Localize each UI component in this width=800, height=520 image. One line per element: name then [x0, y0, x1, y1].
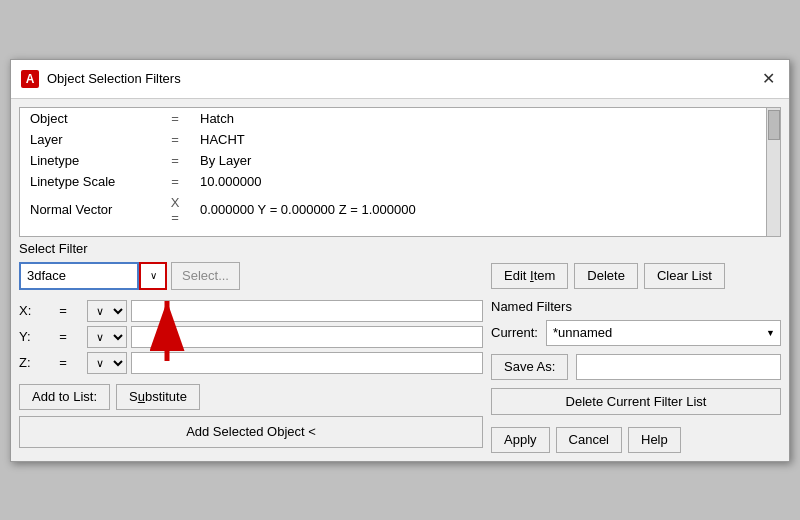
- current-filter-row: Current: *unnamed: [491, 320, 781, 346]
- filter-dropdown-button[interactable]: ∨: [139, 262, 167, 290]
- right-top-buttons: Edit Item Delete Clear List: [491, 263, 781, 289]
- filter-input[interactable]: [19, 262, 139, 290]
- prop-name: Object: [20, 108, 160, 129]
- app-icon: A: [21, 70, 39, 88]
- delete-filter-button[interactable]: Delete Current Filter List: [491, 388, 781, 415]
- save-as-input[interactable]: [576, 354, 781, 380]
- prop-eq: X =: [160, 192, 190, 228]
- right-panel: Edit Item Delete Clear List Named Filter…: [491, 241, 781, 453]
- properties-table: Object = Hatch Layer = HACHT Linetype = …: [20, 108, 780, 228]
- prop-name: Layer: [20, 129, 160, 150]
- y-eq: =: [43, 329, 83, 344]
- title-bar: A Object Selection Filters ✕: [11, 60, 789, 99]
- cancel-button[interactable]: Cancel: [556, 427, 622, 453]
- delete-button[interactable]: Delete: [574, 263, 638, 289]
- clear-list-button[interactable]: Clear List: [644, 263, 725, 289]
- save-as-button[interactable]: Save As:: [491, 354, 568, 380]
- edit-item-label: Edit Item: [504, 268, 555, 283]
- prop-eq: =: [160, 129, 190, 150]
- apply-button[interactable]: Apply: [491, 427, 550, 453]
- property-row: Linetype = By Layer: [20, 150, 780, 171]
- select-filter-label: Select Filter: [19, 241, 483, 256]
- current-filter-dropdown[interactable]: *unnamed: [546, 320, 781, 346]
- named-filters-label: Named Filters: [491, 299, 781, 314]
- x-eq: =: [43, 303, 83, 318]
- y-label: Y:: [19, 329, 39, 344]
- list-buttons-row: Add to List: Substitute: [19, 384, 483, 410]
- edit-item-button[interactable]: Edit Item: [491, 263, 568, 289]
- left-panel: Select Filter ∨ Select...: [19, 241, 483, 453]
- add-selected-object-button[interactable]: Add Selected Object <: [19, 416, 483, 448]
- named-filters-section: Named Filters Current: *unnamed Save As:…: [491, 299, 781, 421]
- main-dialog: A Object Selection Filters ✕ Object = Ha…: [10, 59, 790, 462]
- prop-value: 10.000000: [190, 171, 780, 192]
- dropdown-arrow-icon: ∨: [150, 270, 157, 281]
- y-value-input[interactable]: [131, 326, 483, 348]
- substitute-button[interactable]: Substitute: [116, 384, 200, 410]
- scrollbar[interactable]: [766, 108, 780, 236]
- z-value-input[interactable]: [131, 352, 483, 374]
- x-value-input[interactable]: [131, 300, 483, 322]
- prop-value: HACHT: [190, 129, 780, 150]
- current-label: Current:: [491, 325, 538, 340]
- filter-input-row: ∨ Select...: [19, 262, 483, 290]
- z-eq: =: [43, 355, 83, 370]
- select-button[interactable]: Select...: [171, 262, 240, 290]
- save-as-row: Save As:: [491, 354, 781, 380]
- properties-area: Object = Hatch Layer = HACHT Linetype = …: [19, 107, 781, 237]
- x-label: X:: [19, 303, 39, 318]
- prop-value: 0.000000 Y = 0.000000 Z = 1.000000: [190, 192, 780, 228]
- property-row: Object = Hatch: [20, 108, 780, 129]
- filter-row: ∨ Select...: [19, 262, 483, 290]
- prop-eq: =: [160, 150, 190, 171]
- current-filter-dropdown-wrap: *unnamed: [546, 320, 781, 346]
- z-dropdown[interactable]: ∨: [87, 352, 127, 374]
- z-label: Z:: [19, 355, 39, 370]
- close-button[interactable]: ✕: [757, 68, 779, 90]
- prop-value: By Layer: [190, 150, 780, 171]
- prop-name: Linetype: [20, 150, 160, 171]
- action-buttons-row: Apply Cancel Help: [491, 427, 781, 453]
- prop-name: Linetype Scale: [20, 171, 160, 192]
- y-dropdown[interactable]: ∨: [87, 326, 127, 348]
- add-to-list-button[interactable]: Add to List:: [19, 384, 110, 410]
- property-row: Normal Vector X = 0.000000 Y = 0.000000 …: [20, 192, 780, 228]
- prop-eq: =: [160, 171, 190, 192]
- xyz-grid: X: = ∨ Y: = ∨ Z: = ∨: [19, 300, 483, 374]
- x-dropdown[interactable]: ∨: [87, 300, 127, 322]
- prop-eq: =: [160, 108, 190, 129]
- prop-value: Hatch: [190, 108, 780, 129]
- substitute-label: Substitute: [129, 389, 187, 404]
- property-row: Linetype Scale = 10.000000: [20, 171, 780, 192]
- bottom-section: Select Filter ∨ Select...: [19, 241, 781, 453]
- property-row: Layer = HACHT: [20, 129, 780, 150]
- prop-name: Normal Vector: [20, 192, 160, 228]
- help-button[interactable]: Help: [628, 427, 681, 453]
- scroll-thumb: [768, 110, 780, 140]
- dialog-title: Object Selection Filters: [47, 71, 749, 86]
